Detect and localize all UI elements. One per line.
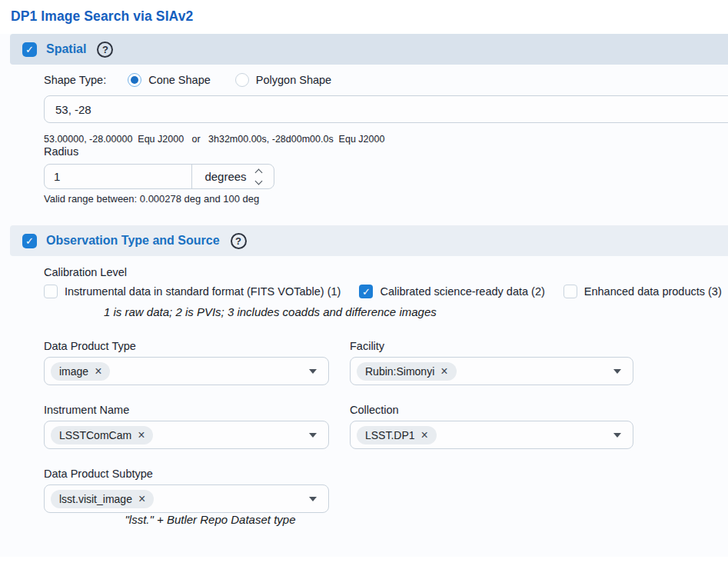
dropdown-caret-icon[interactable] [309, 369, 317, 374]
position-input[interactable] [44, 95, 728, 123]
radius-unit-value: degrees [204, 170, 246, 183]
collection-combobox[interactable]: LSST.DP1 × [350, 421, 633, 449]
facility-combobox[interactable]: Rubin:Simonyi × [350, 357, 633, 385]
checkbox-unchecked-icon [563, 285, 577, 298]
tag-value: lsst.visit_image [59, 493, 132, 505]
radio-unselected-icon [235, 73, 249, 87]
data-product-subtype-label: Data Product Subtype [44, 468, 329, 480]
observation-fields-grid: Data Product Type image × Facility Rubin… [44, 340, 728, 513]
checkbox-checked-icon: ✓ [359, 285, 373, 298]
spatial-section-content: Shape Type: Cone Shape Polygon Shape 53.… [0, 72, 728, 225]
polygon-shape-label: Polygon Shape [256, 74, 331, 86]
observation-section-content: Calibration Level Instrumental data in s… [0, 266, 728, 526]
calibration-level-3-label: Enhanced data products (3) [584, 285, 722, 298]
facility-field: Facility Rubin:Simonyi × [350, 340, 633, 385]
data-product-subtype-combobox[interactable]: lsst.visit_image × [44, 484, 329, 513]
checkbox-unchecked-icon [44, 285, 58, 298]
data-product-type-field: Data Product Type image × [44, 340, 329, 385]
radius-valid-range-hint: Valid range between: 0.000278 deg and 10… [44, 193, 728, 205]
observation-enabled-checkbox[interactable]: ✓ [22, 234, 37, 248]
spatial-section-title: Spatial [46, 42, 86, 56]
cone-shape-label: Cone Shape [148, 74, 211, 86]
chevron-down-icon [254, 177, 262, 185]
spatial-section-header[interactable]: ✓ Spatial ? [10, 34, 728, 65]
tag-value: image [59, 365, 88, 378]
search-panel: ✓ Spatial ? Shape Type: Cone Shape Polyg… [0, 34, 728, 557]
data-product-subtype-tag: lsst.visit_image × [51, 490, 154, 508]
calibration-level-label: Calibration Level [44, 266, 728, 278]
remove-tag-icon[interactable]: × [138, 493, 145, 505]
remove-tag-icon[interactable]: × [440, 365, 447, 378]
remove-tag-icon[interactable]: × [95, 365, 101, 378]
shape-type-label: Shape Type: [44, 74, 106, 86]
position-hint: 53.00000, -28.00000 Equ J2000 or 3h32m00… [44, 134, 728, 145]
calibration-level-3-checkbox[interactable]: Enhanced data products (3) [563, 285, 722, 298]
check-icon: ✓ [25, 45, 34, 55]
radius-input[interactable] [45, 165, 191, 188]
dropdown-caret-icon[interactable] [309, 497, 317, 501]
data-product-type-tag: image × [51, 362, 110, 381]
spatial-help-icon[interactable]: ? [97, 42, 113, 58]
check-icon: ✓ [25, 236, 34, 246]
collection-field: Collection LSST.DP1 × [350, 404, 633, 449]
shape-type-row: Shape Type: Cone Shape Polygon Shape [44, 72, 728, 88]
tag-value: Rubin:Simonyi [365, 365, 434, 378]
radius-input-group: degrees [44, 164, 274, 189]
facility-tag: Rubin:Simonyi × [357, 362, 457, 381]
collection-tag: LSST.DP1 × [357, 426, 437, 444]
tag-value: LSST.DP1 [365, 429, 415, 441]
spatial-enabled-checkbox[interactable]: ✓ [22, 42, 37, 57]
dropdown-caret-icon[interactable] [613, 433, 621, 438]
instrument-name-tag: LSSTComCam × [51, 426, 153, 444]
collection-label: Collection [350, 404, 633, 416]
dropdown-caret-icon[interactable] [613, 369, 621, 374]
instrument-name-field: Instrument Name LSSTComCam × [44, 404, 329, 449]
tag-value: LSSTComCam [59, 429, 131, 441]
observation-section-title: Observation Type and Source [46, 234, 220, 248]
instrument-name-label: Instrument Name [44, 404, 329, 416]
calibration-level-2-checkbox[interactable]: ✓ Calibrated science-ready data (2) [359, 285, 544, 298]
calibration-level-1-label: Instrumental data in standard format (FI… [65, 285, 341, 298]
polygon-shape-radio[interactable]: Polygon Shape [235, 73, 331, 87]
radius-label: Radius [44, 145, 78, 158]
spinner-icon[interactable] [256, 170, 261, 184]
instrument-name-combobox[interactable]: LSSTComCam × [44, 421, 329, 449]
radio-selected-icon [128, 73, 141, 87]
observation-section-header[interactable]: ✓ Observation Type and Source ? [10, 225, 728, 256]
facility-label: Facility [350, 340, 633, 352]
data-product-type-label: Data Product Type [44, 340, 329, 352]
remove-tag-icon[interactable]: × [138, 429, 145, 441]
chevron-up-icon [254, 168, 262, 176]
check-icon: ✓ [362, 287, 371, 297]
data-product-subtype-field: Data Product Subtype lsst.visit_image × [44, 468, 329, 513]
remove-tag-icon[interactable]: × [421, 429, 428, 441]
calibration-level-2-label: Calibrated science-ready data (2) [380, 285, 544, 298]
data-product-type-combobox[interactable]: image × [44, 357, 329, 385]
radius-unit-select[interactable]: degrees [191, 165, 274, 188]
calibration-level-options: Instrumental data in standard format (FI… [44, 285, 728, 298]
dropdown-caret-icon[interactable] [309, 433, 317, 438]
calibration-levels-note: 1 is raw data; 2 is PVIs; 3 includes coa… [104, 305, 728, 318]
cone-shape-radio[interactable]: Cone Shape [128, 73, 211, 87]
page-title: DP1 Image Search via SIAv2 [0, 0, 728, 25]
observation-help-icon[interactable]: ? [231, 233, 247, 249]
subtype-note: "lsst." + Butler Repo Dataset type [68, 513, 353, 526]
calibration-level-1-checkbox[interactable]: Instrumental data in standard format (FI… [44, 285, 341, 298]
